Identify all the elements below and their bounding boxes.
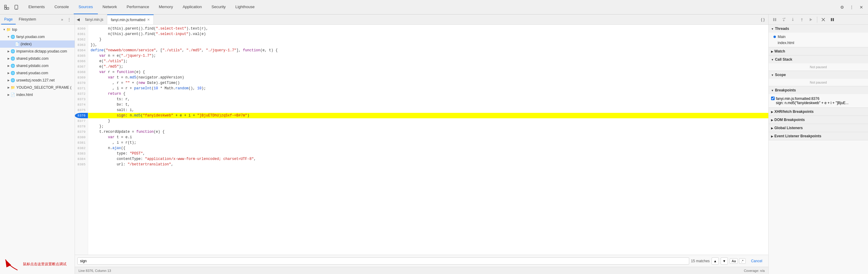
tab-performance[interactable]: Performance bbox=[122, 0, 154, 14]
sidebar-tab-page[interactable]: Page bbox=[1, 14, 16, 25]
line-num-8382[interactable]: 8382 bbox=[75, 145, 88, 151]
tree-item-top[interactable]: 📁 top bbox=[0, 26, 74, 33]
sidebar-more-btn[interactable]: » bbox=[60, 16, 64, 23]
tree-item-youdao-sel[interactable]: 📁 YOUDAO_SELECTOR_IFRAME ( bbox=[0, 84, 74, 91]
search-cancel-btn[interactable]: Cancel bbox=[747, 258, 766, 264]
tab-lighthouse[interactable]: Lighthouse bbox=[230, 0, 259, 14]
tree-item-shared-youdao[interactable]: 🌐 shared.youdao.com bbox=[0, 69, 74, 77]
regex-btn[interactable]: .* bbox=[739, 258, 745, 264]
global-listeners-header[interactable]: Global Listeners bbox=[769, 124, 868, 132]
tree-item-shared1[interactable]: 🌐 shared.ydstatic.com bbox=[0, 55, 74, 62]
line-num-8361[interactable]: 8361 bbox=[75, 31, 88, 37]
svg-rect-1 bbox=[7, 7, 9, 9]
threads-header[interactable]: Threads bbox=[769, 25, 868, 33]
match-case-btn[interactable]: Aa bbox=[730, 258, 738, 264]
file-tab-close-btn[interactable]: ✕ bbox=[147, 18, 150, 22]
line-num-8376[interactable]: 8376 bbox=[75, 113, 88, 118]
xhr-header[interactable]: XHR/fetch Breakpoints bbox=[769, 108, 868, 115]
line-num-8380[interactable]: 8380 bbox=[75, 135, 88, 140]
line-num-8383[interactable]: 8383 bbox=[75, 151, 88, 156]
settings-btn[interactable]: ⚙ bbox=[838, 3, 846, 11]
tab-elements[interactable]: Elements bbox=[24, 0, 50, 14]
file-tab-fanyi-min[interactable]: fanyi.min.js bbox=[82, 14, 107, 25]
search-next-btn[interactable]: ▼ bbox=[721, 258, 728, 265]
line-num-8384[interactable]: 8384 bbox=[75, 156, 88, 162]
breakpoint-detail-0: fanyi.min.js:formatted:8376 sign: n.md5(… bbox=[776, 97, 849, 105]
sidebar-menu-btn[interactable]: ⋮ bbox=[65, 15, 73, 24]
line-num-8365[interactable]: 8365 bbox=[75, 53, 88, 59]
inspect-element-btn[interactable] bbox=[2, 3, 11, 11]
tab-application[interactable]: Application bbox=[178, 0, 207, 14]
search-bar: 15 matches ▲ ▼ Aa .* Cancel bbox=[75, 255, 768, 267]
line-num-8368[interactable]: 8368 bbox=[75, 69, 88, 75]
code-line-8384: contentType: "application/x-www-form-url… bbox=[88, 156, 768, 162]
code-line-8381: , i = r(t); bbox=[88, 140, 768, 145]
tree-item-impservice[interactable]: 🌐 impservice.dictapp.youdao.com bbox=[0, 48, 74, 55]
more-btn[interactable]: ⋮ bbox=[847, 3, 856, 11]
line-num-8369[interactable]: 8369 bbox=[75, 75, 88, 80]
code-line-8369: var t = n.md5(navigator.appVersion) bbox=[88, 75, 768, 80]
code-line-8362: } bbox=[88, 37, 768, 42]
line-num-8375[interactable]: 8375 bbox=[75, 107, 88, 113]
step-btn[interactable] bbox=[807, 15, 815, 24]
line-num-8363[interactable]: 8363 bbox=[75, 42, 88, 48]
tab-console[interactable]: Console bbox=[50, 0, 74, 14]
mobile-btn[interactable] bbox=[12, 3, 21, 11]
tree-item-index[interactable]: 📄 (index) bbox=[0, 40, 74, 48]
line-num-8381[interactable]: 8381 bbox=[75, 140, 88, 145]
step-into-btn[interactable] bbox=[788, 15, 797, 24]
tab-memory[interactable]: Memory bbox=[154, 0, 178, 14]
callstack-header[interactable]: Call Stack bbox=[769, 56, 868, 63]
search-input[interactable] bbox=[77, 258, 689, 265]
scope-header[interactable]: Scope bbox=[769, 71, 868, 79]
thread-main[interactable]: Main bbox=[771, 34, 866, 40]
file-tab-label-fanyi: fanyi.min.js bbox=[85, 18, 103, 22]
global-listeners-section: Global Listeners bbox=[769, 124, 868, 132]
tab-security[interactable]: Security bbox=[207, 0, 230, 14]
line-num-8373[interactable]: 8373 bbox=[75, 97, 88, 102]
line-num-8371[interactable]: 8371 bbox=[75, 86, 88, 91]
step-out-btn[interactable] bbox=[798, 15, 806, 24]
deactivate-breakpoints-btn[interactable] bbox=[819, 15, 828, 24]
watch-header[interactable]: Watch bbox=[769, 47, 868, 55]
code-line-8368: var r = function(e) { bbox=[88, 69, 768, 75]
tab-sources[interactable]: Sources bbox=[74, 0, 98, 14]
tree-arrow-idxhtml bbox=[7, 93, 10, 97]
code-wrapper[interactable]: 8360 8361 8362 8363 8364 8365 8366 8367 … bbox=[75, 25, 768, 255]
line-num-8372[interactable]: 8372 bbox=[75, 91, 88, 97]
close-devtools-btn[interactable]: ✕ bbox=[857, 3, 866, 11]
sidebar-tab-filesystem[interactable]: Filesystem bbox=[16, 14, 39, 25]
code-line-8379: t.recordUpdate = function(e) { bbox=[88, 129, 768, 135]
step-over-btn[interactable] bbox=[779, 15, 788, 24]
tree-item-fanyi[interactable]: 🌐 fanyi.youdao.com bbox=[0, 33, 74, 40]
editor-pretty-print-btn[interactable]: { } bbox=[759, 17, 767, 22]
thread-index[interactable]: index.html bbox=[771, 40, 866, 46]
line-num-8360[interactable]: 8360 bbox=[75, 26, 88, 31]
breakpoint-checkbox-0[interactable] bbox=[771, 97, 775, 100]
tree-item-urswebzj[interactable]: 🌐 urswebzj.nosdn.127.net bbox=[0, 77, 74, 84]
tree-item-indexhtml[interactable]: 📄 index.html bbox=[0, 91, 74, 98]
dom-header[interactable]: DOM Breakpoints bbox=[769, 116, 868, 124]
search-prev-btn[interactable]: ▲ bbox=[712, 258, 719, 265]
line-num-8378[interactable]: 8378 bbox=[75, 124, 88, 129]
line-num-8377[interactable]: 8377 bbox=[75, 118, 88, 124]
line-num-8362[interactable]: 8362 bbox=[75, 37, 88, 42]
line-num-8385[interactable]: 8385 bbox=[75, 162, 88, 167]
line-num-8366[interactable]: 8366 bbox=[75, 59, 88, 64]
code-line-8365: var n = e("./jquery-1.7"); bbox=[88, 53, 768, 59]
line-num-8364[interactable]: 8364 bbox=[75, 48, 88, 53]
code-line-8376: sign: n.md5("fanyideskweb" + e + i + "]B… bbox=[88, 113, 768, 118]
tree-item-shared2[interactable]: 🌐 shared.ydstatic.com bbox=[0, 62, 74, 69]
event-listener-header[interactable]: Event Listener Breakpoints bbox=[769, 132, 868, 140]
breakpoint-file-0: fanyi.min.js:formatted:8376 bbox=[776, 97, 849, 101]
pause-btn[interactable] bbox=[770, 15, 779, 24]
line-num-8374[interactable]: 8374 bbox=[75, 102, 88, 107]
line-num-8370[interactable]: 8370 bbox=[75, 80, 88, 86]
tab-network[interactable]: Network bbox=[98, 0, 122, 14]
editor-back-btn[interactable]: ◀ bbox=[75, 14, 82, 25]
breakpoints-header[interactable]: Breakpoints bbox=[769, 86, 868, 94]
file-tab-fanyi-formatted[interactable]: fanyi.min.js:formatted ✕ bbox=[107, 14, 154, 25]
pause-on-exceptions-btn[interactable] bbox=[828, 15, 837, 24]
line-num-8379[interactable]: 8379 bbox=[75, 129, 88, 135]
line-num-8367[interactable]: 8367 bbox=[75, 64, 88, 69]
